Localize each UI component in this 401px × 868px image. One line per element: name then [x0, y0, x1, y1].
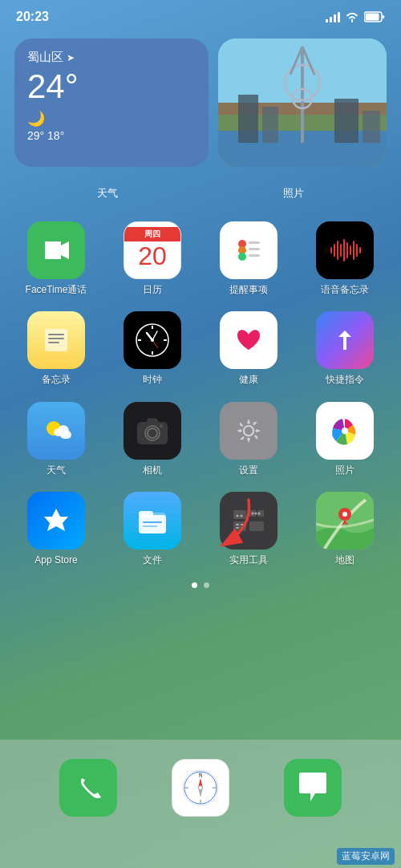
watermark: 蓝莓安卓网 [337, 848, 395, 865]
dock-messages[interactable] [284, 759, 342, 817]
app-maps[interactable]: 地图 [297, 484, 393, 574]
app-clock[interactable]: 时钟 [104, 303, 200, 393]
svg-rect-60 [139, 511, 153, 517]
app-appstore[interactable]: App Store [8, 484, 104, 574]
shortcuts-label: 快捷指令 [326, 374, 364, 385]
app-reminders[interactable]: 提醒事项 [200, 213, 297, 303]
svg-rect-66 [233, 521, 246, 531]
utilities-label: 实用工具 [229, 554, 268, 566]
maps-label: 地图 [335, 554, 354, 566]
svg-rect-75 [236, 527, 239, 529]
weather-temp: 24° [27, 68, 196, 105]
svg-rect-73 [236, 524, 239, 525]
phone-icon [59, 759, 117, 817]
facetime-label: FaceTime通话 [26, 284, 87, 295]
app-photos[interactable]: 照片 [297, 394, 393, 484]
calendar-label: 日历 [143, 284, 162, 295]
photo-widget-label: 照片 [200, 186, 387, 201]
svg-rect-1 [366, 14, 379, 21]
svg-point-70 [252, 513, 254, 515]
app-grid-row2: 备忘录 时钟 [0, 303, 401, 393]
photo-widget[interactable] [218, 39, 387, 167]
wifi-icon [345, 11, 359, 22]
app-calendar[interactable]: 周四 20 日历 [104, 213, 200, 303]
status-icons [326, 11, 385, 22]
svg-rect-28 [346, 242, 348, 258]
svg-rect-76 [241, 527, 244, 529]
svg-rect-11 [238, 95, 258, 143]
app-grid-row4: App Store 文件 [0, 484, 401, 574]
app-health[interactable]: 健康 [200, 303, 297, 393]
page-dot-2[interactable] [204, 582, 209, 588]
camera-icon [124, 402, 181, 460]
svg-rect-12 [262, 107, 278, 143]
svg-rect-20 [249, 241, 260, 244]
maps-icon [316, 492, 374, 550]
utilities-icon [220, 492, 277, 550]
appstore-icon [27, 492, 85, 550]
settings-label: 设置 [239, 464, 258, 476]
app-files[interactable]: 文件 [104, 484, 200, 574]
settings-icon [220, 402, 277, 460]
svg-rect-67 [249, 521, 264, 531]
status-bar: 20:23 [0, 0, 401, 30]
voicememo-icon [316, 221, 374, 279]
widgets-row: 蜀山区 ➤ 24° 🌙 29° 18° [0, 30, 401, 175]
reminders-icon [220, 221, 277, 279]
svg-point-49 [54, 428, 63, 436]
svg-rect-14 [363, 111, 380, 143]
widget-labels: 天气 照片 [0, 181, 401, 205]
dock-phone[interactable] [59, 759, 117, 817]
svg-rect-25 [337, 241, 338, 260]
app-weather[interactable]: 天气 [8, 394, 104, 484]
app-shortcuts[interactable]: 快捷指令 [297, 303, 393, 393]
notes-icon [27, 311, 85, 369]
page-dots [0, 574, 401, 596]
svg-rect-74 [241, 524, 244, 525]
app-notes[interactable]: 备忘录 [8, 303, 104, 393]
app-facetime[interactable]: FaceTime通话 [8, 213, 104, 303]
dock: N [0, 748, 401, 828]
svg-rect-32 [359, 247, 361, 254]
svg-point-53 [160, 424, 163, 428]
voicememo-label: 语音备忘录 [321, 284, 369, 295]
app-voicememo[interactable]: 语音备忘录 [297, 213, 393, 303]
app-grid-row1: FaceTime通话 周四 20 日历 提醒事项 [0, 213, 401, 303]
svg-point-90 [199, 786, 203, 790]
svg-point-57 [342, 428, 348, 434]
svg-rect-26 [340, 244, 342, 257]
dock-safari[interactable]: N [172, 759, 229, 817]
shortcuts-icon [316, 311, 374, 369]
app-utilities[interactable]: 实用工具 [200, 484, 297, 574]
svg-point-45 [151, 339, 154, 342]
svg-rect-34 [48, 334, 64, 335]
svg-point-72 [258, 513, 261, 515]
page-dot-1[interactable] [192, 582, 197, 588]
appstore-label: App Store [34, 554, 77, 566]
clock-label: 时钟 [143, 374, 162, 385]
svg-point-56 [245, 427, 253, 435]
time-display: 20:23 [16, 10, 49, 24]
weather-widget-label: 天气 [14, 186, 200, 201]
photos-icon [316, 402, 374, 460]
app-grid-row3: 天气 相机 [0, 394, 401, 484]
app-camera[interactable]: 相机 [104, 394, 200, 484]
svg-rect-27 [343, 239, 345, 262]
svg-rect-22 [249, 254, 260, 257]
messages-icon [284, 759, 342, 817]
calendar-icon: 周四 20 [124, 221, 181, 279]
svg-rect-21 [249, 248, 260, 250]
svg-point-71 [255, 513, 257, 515]
files-icon [124, 492, 181, 550]
weather-location: 蜀山区 ➤ [27, 50, 196, 65]
files-label: 文件 [143, 554, 162, 566]
svg-rect-33 [45, 329, 67, 351]
svg-rect-59 [139, 515, 166, 533]
svg-point-69 [241, 515, 243, 517]
svg-rect-24 [334, 244, 335, 257]
app-settings[interactable]: 设置 [200, 394, 297, 484]
weather-widget[interactable]: 蜀山区 ➤ 24° 🌙 29° 18° [14, 39, 209, 167]
health-icon [220, 311, 277, 369]
svg-rect-30 [353, 241, 354, 260]
svg-rect-62 [143, 525, 157, 527]
